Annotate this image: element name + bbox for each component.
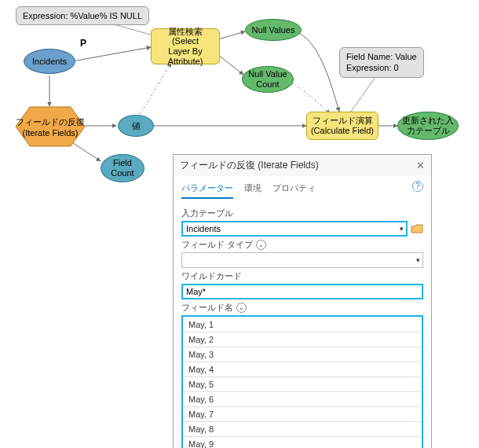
svg-line-6 bbox=[218, 55, 243, 75]
node-label: (Iterate Fields) bbox=[23, 128, 79, 138]
label-field-name: フィールド名 ⌄ bbox=[181, 302, 423, 314]
tab-parameter[interactable]: パラメーター bbox=[181, 179, 233, 199]
wildcard-input[interactable]: May* bbox=[181, 284, 423, 299]
node-label: Incidents bbox=[32, 57, 67, 67]
node-label: Count bbox=[111, 168, 133, 178]
node-label: Attribute) bbox=[168, 57, 203, 66]
browse-folder-icon[interactable] bbox=[411, 222, 423, 235]
node-null-value-count[interactable]: Null ValueCount bbox=[242, 66, 294, 93]
list-item[interactable]: May, 8 bbox=[184, 422, 421, 437]
node-label: フィールドの反復 bbox=[16, 117, 85, 127]
callout-text: Expression: %Value% IS NULL bbox=[23, 11, 142, 20]
dialog-tabs: パラメーター 環境 プロパティ ? bbox=[174, 176, 431, 199]
node-label: Field bbox=[113, 158, 132, 167]
dropdown-arrow-icon: ▾ bbox=[400, 225, 404, 233]
dropdown-arrow-icon: ▾ bbox=[416, 256, 420, 264]
list-item[interactable]: May, 5 bbox=[184, 377, 421, 392]
iterate-fields-dialog: フィールドの反復 (Iterate Fields) ✕ パラメーター 環境 プロ… bbox=[173, 154, 432, 448]
node-label: 更新された入 bbox=[402, 116, 454, 125]
list-item[interactable]: May, 1 bbox=[184, 318, 421, 332]
tab-environment[interactable]: 環境 bbox=[244, 179, 261, 199]
dialog-title-text: フィールドの反復 (Iterate Fields) bbox=[180, 159, 319, 172]
chevron-down-icon[interactable]: ⌄ bbox=[256, 240, 266, 250]
node-updated-table[interactable]: 更新された入力テーブル bbox=[397, 112, 459, 140]
callout-calc-field: Field Name: Value Expression: 0 bbox=[339, 47, 424, 78]
list-item[interactable]: May, 7 bbox=[184, 407, 421, 422]
callout-text: Field Name: Value bbox=[346, 52, 417, 61]
node-field-count[interactable]: FieldCount bbox=[101, 154, 144, 182]
tab-properties[interactable]: プロパティ bbox=[272, 179, 316, 199]
node-label: Null Values bbox=[252, 25, 295, 35]
list-item[interactable]: May, 3 bbox=[184, 347, 421, 362]
node-label: (Calculate Field) bbox=[311, 126, 374, 135]
input-table-value: Incidents bbox=[186, 224, 221, 233]
label-wildcard: ワイルドカード bbox=[181, 270, 423, 282]
chevron-down-icon[interactable]: ⌄ bbox=[236, 303, 247, 313]
node-label: フィールド演算 bbox=[313, 116, 373, 125]
node-label: 力テーブル bbox=[407, 126, 450, 135]
svg-line-5 bbox=[218, 31, 245, 39]
label-input-table: 入力テーブル bbox=[181, 207, 423, 219]
svg-line-0 bbox=[72, 47, 151, 61]
close-icon[interactable]: ✕ bbox=[416, 160, 425, 171]
parameter-marker: P bbox=[80, 38, 86, 49]
node-iterate-fields[interactable]: フィールドの反復 (Iterate Fields) bbox=[14, 105, 86, 148]
node-label: Layer By bbox=[168, 46, 202, 56]
list-item[interactable]: May, 4 bbox=[184, 362, 421, 377]
field-name-list[interactable]: May, 1 May, 2 May, 3 May, 4 May, 5 May, … bbox=[181, 315, 423, 448]
node-select-layer-by-attribute[interactable]: 属性検索 (SelectLayer ByAttribute) bbox=[151, 28, 220, 64]
label-field-type: フィールド タイプ ⌄ bbox=[181, 239, 423, 251]
node-label: Null Value bbox=[248, 69, 287, 79]
node-label: 値 bbox=[132, 121, 141, 131]
node-label: 属性検索 (Select bbox=[168, 27, 203, 46]
node-label: Count bbox=[256, 79, 279, 89]
dialog-titlebar[interactable]: フィールドの反復 (Iterate Fields) ✕ bbox=[174, 155, 431, 176]
list-item[interactable]: May, 2 bbox=[184, 332, 421, 347]
wildcard-value: May* bbox=[186, 287, 206, 296]
list-item[interactable]: May, 9 bbox=[184, 437, 421, 448]
node-value[interactable]: 値 bbox=[118, 115, 154, 137]
node-incidents[interactable]: Incidents bbox=[24, 49, 75, 74]
field-type-combo[interactable]: ▾ bbox=[181, 252, 423, 268]
callout-text: Expression: 0 bbox=[346, 63, 399, 72]
help-icon[interactable]: ? bbox=[412, 181, 423, 192]
node-calculate-field[interactable]: フィールド演算(Calculate Field) bbox=[306, 112, 378, 140]
list-item[interactable]: May, 6 bbox=[184, 392, 421, 407]
node-null-values[interactable]: Null Values bbox=[245, 19, 302, 41]
input-table-combo[interactable]: Incidents ▾ bbox=[181, 221, 408, 237]
callout-slba-expression: Expression: %Value% IS NULL bbox=[16, 6, 149, 25]
